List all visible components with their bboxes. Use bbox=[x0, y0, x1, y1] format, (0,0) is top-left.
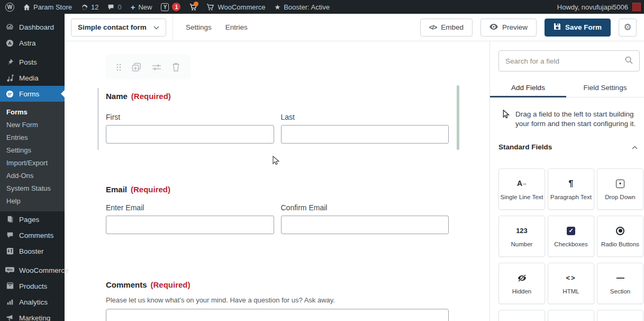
updates-icon bbox=[81, 4, 88, 11]
admin-sidebar: Dashboard Astra Posts Media Forms Forms … bbox=[0, 14, 65, 321]
sidebar-item-dashboard[interactable]: Dashboard bbox=[0, 19, 65, 35]
sidebar-item-label: Marketing bbox=[19, 314, 50, 321]
site-name-label: Param Store bbox=[33, 3, 72, 11]
woocommerce-menu[interactable]: WooCommerce bbox=[206, 3, 265, 11]
submenu-item-entries[interactable]: Entries bbox=[0, 131, 65, 144]
preview-button[interactable]: Preview bbox=[480, 19, 537, 37]
sidebar-item-products[interactable]: Products bbox=[0, 278, 65, 294]
sidebar-item-label: Products bbox=[19, 282, 47, 290]
sidebar-item-booster[interactable]: Booster bbox=[0, 243, 65, 259]
submenu-item-settings[interactable]: Settings bbox=[0, 144, 65, 156]
confirm-email-input[interactable] bbox=[281, 216, 449, 234]
paragraph-icon: ¶ bbox=[569, 179, 574, 189]
updates-menu[interactable]: 12 bbox=[81, 3, 98, 11]
field-settings-sliders-icon[interactable] bbox=[152, 64, 161, 71]
sidebar-item-forms[interactable]: Forms bbox=[0, 86, 65, 102]
form-editor-toolbar: Simple contact form Settings Entries </>… bbox=[65, 14, 644, 41]
submenu-item-forms[interactable]: Forms bbox=[0, 105, 65, 118]
yoast-seo-menu[interactable]: Y 1 bbox=[161, 3, 180, 11]
standard-fields-header[interactable]: Standard Fields bbox=[498, 143, 640, 151]
site-name-link[interactable]: Param Store bbox=[23, 3, 72, 11]
sidebar-item-posts[interactable]: Posts bbox=[0, 54, 65, 70]
field-button-partial[interactable] bbox=[597, 310, 643, 321]
form-field-comments[interactable]: Comments(Required) Please let us know wh… bbox=[97, 280, 458, 321]
field-button-section[interactable]: Section bbox=[597, 263, 643, 304]
delete-field-trash-icon[interactable] bbox=[172, 63, 180, 72]
comments-textarea[interactable] bbox=[106, 309, 449, 321]
last-name-input[interactable] bbox=[281, 125, 449, 144]
save-disk-icon bbox=[554, 23, 561, 32]
panel-tabs: Add Fields Field Settings bbox=[490, 78, 644, 97]
duplicate-field-icon[interactable] bbox=[132, 63, 141, 72]
field-button-radio-buttons[interactable]: Radio Buttons bbox=[597, 216, 643, 257]
submenu-item-system-status[interactable]: System Status bbox=[0, 182, 65, 194]
field-button-single-line-text[interactable]: A↔ Single Line Text bbox=[498, 168, 545, 210]
booster-status-menu[interactable]: ★ Booster: Active bbox=[275, 3, 330, 11]
required-indicator: (Required) bbox=[131, 92, 171, 101]
search-input[interactable] bbox=[505, 57, 625, 65]
field-search[interactable] bbox=[498, 50, 640, 72]
save-form-button[interactable]: Save Form bbox=[545, 19, 611, 37]
astra-icon bbox=[5, 39, 14, 47]
field-button-checkboxes[interactable]: ✓ Checkboxes bbox=[548, 216, 594, 257]
submenu-item-new-form[interactable]: New Form bbox=[0, 118, 65, 131]
sidebar-item-analytics[interactable]: Analytics bbox=[0, 294, 65, 310]
drag-hint-text: Drag a field to the left to start buildi… bbox=[515, 110, 636, 129]
new-content-menu[interactable]: + New bbox=[131, 3, 152, 11]
sub-label-confirm-email: Confirm Email bbox=[281, 203, 449, 212]
fields-panel: Add Fields Field Settings Drag a field t… bbox=[489, 41, 644, 321]
tab-settings[interactable]: Settings bbox=[186, 23, 212, 31]
drag-hint: Drag a field to the left to start buildi… bbox=[498, 110, 640, 129]
field-button-drop-down[interactable]: ▾ Drop Down bbox=[597, 168, 643, 210]
submenu-item-import-export[interactable]: Import/Export bbox=[0, 156, 65, 169]
sidebar-item-marketing[interactable]: Marketing bbox=[0, 310, 65, 321]
sidebar-item-pages[interactable]: Pages bbox=[0, 211, 65, 227]
tab-add-fields[interactable]: Add Fields bbox=[490, 78, 566, 97]
embed-code-icon: </> bbox=[429, 24, 437, 31]
dashboard-icon bbox=[5, 23, 14, 31]
sidebar-item-astra[interactable]: Astra bbox=[0, 35, 65, 51]
comments-menu[interactable]: 0 bbox=[107, 3, 121, 11]
wordpress-logo-menu[interactable]: W bbox=[5, 3, 14, 12]
field-button-paragraph-text[interactable]: ¶ Paragraph Text bbox=[548, 168, 594, 210]
user-avatar[interactable] bbox=[632, 3, 641, 11]
field-button-partial[interactable] bbox=[548, 310, 594, 321]
form-settings-gear-button[interactable]: ⚙ bbox=[619, 19, 637, 37]
enter-email-input[interactable] bbox=[106, 216, 274, 234]
svg-text:Woo: Woo bbox=[7, 268, 13, 271]
field-button-number[interactable]: 123 Number bbox=[498, 216, 545, 257]
wordpress-logo-icon: W bbox=[5, 3, 14, 12]
tab-field-settings[interactable]: Field Settings bbox=[566, 78, 644, 97]
admin-bar: W Param Store 12 0 + New Y 1 WooCommerce bbox=[0, 0, 644, 14]
gear-icon: ⚙ bbox=[623, 22, 631, 33]
cart-promo-menu[interactable] bbox=[189, 3, 197, 11]
drop-down-icon: ▾ bbox=[616, 179, 624, 189]
form-field-email[interactable]: Email(Required) Enter Email Confirm Emai… bbox=[97, 185, 458, 234]
notification-badge: 1 bbox=[172, 3, 180, 11]
forms-submenu: Forms New Form Entries Settings Import/E… bbox=[0, 102, 65, 211]
sidebar-item-label: Dashboard bbox=[19, 23, 54, 31]
sidebar-item-media[interactable]: Media bbox=[0, 70, 65, 86]
form-editor-canvas: Name(Required) First Last bbox=[65, 41, 489, 321]
field-button-html[interactable]: <> HTML bbox=[548, 263, 594, 304]
embed-button[interactable]: </> Embed bbox=[420, 19, 473, 37]
form-field-name[interactable]: Name(Required) First Last bbox=[97, 86, 458, 151]
sidebar-item-woocommerce[interactable]: Woo WooCommerce bbox=[0, 262, 65, 278]
howdy-account-menu[interactable]: Howdy, novufujapi5006 bbox=[557, 3, 628, 11]
sidebar-item-label: Posts bbox=[19, 58, 37, 66]
tab-entries[interactable]: Entries bbox=[225, 23, 248, 31]
form-switcher-dropdown[interactable]: Simple contact form bbox=[71, 19, 166, 37]
drag-handle-icon[interactable] bbox=[116, 64, 121, 71]
sidebar-item-comments[interactable]: Comments bbox=[0, 227, 65, 243]
submenu-item-add-ons[interactable]: Add-Ons bbox=[0, 169, 65, 182]
booster-label: Booster: Active bbox=[284, 3, 330, 11]
promo-dot-icon bbox=[194, 2, 198, 6]
sidebar-item-label: Forms bbox=[19, 90, 39, 98]
star-icon: ★ bbox=[275, 3, 281, 11]
submenu-item-help[interactable]: Help bbox=[0, 194, 65, 207]
media-icon bbox=[5, 74, 14, 82]
field-button-partial[interactable] bbox=[498, 310, 545, 321]
first-name-input[interactable] bbox=[106, 125, 274, 144]
section-divider-icon bbox=[616, 273, 624, 283]
field-button-hidden[interactable]: Hidden bbox=[498, 263, 545, 304]
